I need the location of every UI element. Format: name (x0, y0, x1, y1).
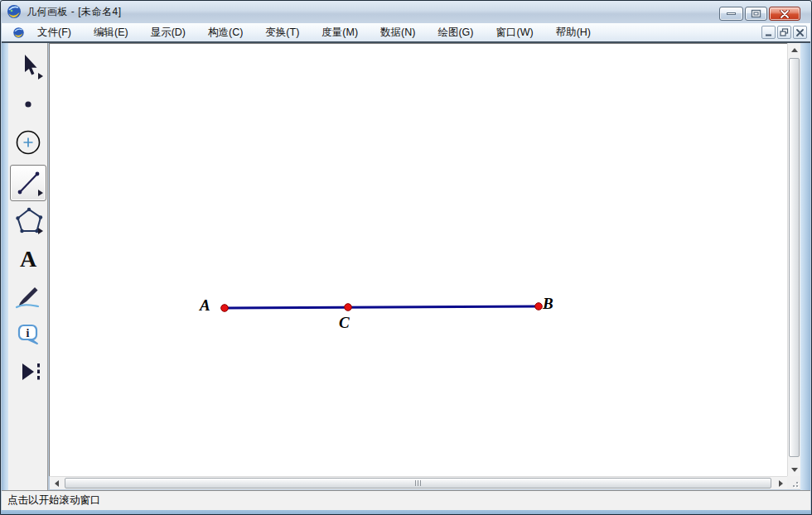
restore-button[interactable] (745, 7, 767, 21)
svg-text:i: i (27, 327, 30, 339)
polygon-tool[interactable] (10, 203, 46, 239)
menu-construct[interactable]: 构造(C) (202, 23, 249, 42)
point-B[interactable] (535, 303, 543, 310)
close-icon (780, 10, 790, 18)
title-bar: 几何画板 - [未命名4] (0, 0, 812, 23)
document-icon (12, 26, 25, 39)
scrollbar-corner[interactable] (787, 476, 800, 489)
menu-graph[interactable]: 绘图(G) (432, 23, 479, 42)
compass-tool[interactable] (10, 124, 46, 161)
circle-crosshair-icon (12, 127, 44, 158)
menu-window[interactable]: 窗口(W) (491, 23, 539, 42)
scroll-left-icon (55, 480, 59, 487)
resize-grip-icon (793, 485, 795, 487)
resize-grip-icon (796, 485, 798, 487)
scroll-right-button[interactable] (774, 477, 787, 490)
point-tool[interactable] (10, 86, 46, 123)
menu-help[interactable]: 帮助(H) (550, 23, 597, 42)
status-bar: 点击以开始滚动窗口 (2, 490, 810, 510)
selection-arrow-tool[interactable] (10, 48, 46, 84)
marker-tool[interactable] (10, 279, 46, 315)
menu-measure[interactable]: 度量(M) (316, 23, 364, 42)
submenu-arrow-icon (38, 228, 43, 234)
mdi-close-icon (796, 29, 804, 36)
mdi-window-buttons (761, 26, 807, 39)
resize-grip-icon (796, 482, 798, 484)
menu-display[interactable]: 显示(D) (145, 23, 191, 42)
straightedge-tool[interactable] (10, 165, 46, 201)
marker-pen-icon (12, 282, 44, 313)
submenu-arrow-icon (38, 190, 43, 196)
vertical-scrollbar-thumb[interactable] (789, 58, 800, 457)
restore-icon (751, 9, 761, 18)
custom-tool[interactable] (10, 354, 46, 390)
mdi-restore-icon (780, 28, 789, 36)
point-label-c[interactable]: C (339, 315, 350, 330)
submenu-arrow-icon (38, 73, 43, 79)
segment-AB[interactable] (225, 306, 539, 308)
app-window: 几何画板 - [未命名4] (0, 0, 812, 515)
info-bubble-icon: i (13, 320, 43, 348)
minimize-icon (727, 12, 736, 15)
mdi-restore-button[interactable] (777, 26, 791, 39)
vertical-scrollbar[interactable] (787, 43, 800, 476)
horizontal-scrollbar-thumb[interactable] (65, 478, 771, 489)
scroll-down-button[interactable] (788, 463, 801, 476)
mdi-close-button[interactable] (793, 26, 807, 39)
scroll-left-button[interactable] (50, 477, 63, 490)
close-button[interactable] (769, 7, 800, 21)
scrollbar-grip (418, 480, 418, 486)
menu-transform[interactable]: 变换(T) (259, 23, 305, 42)
mdi-minimize-icon (765, 29, 772, 36)
custom-tool-icon (12, 358, 44, 386)
caption-buttons (719, 7, 800, 21)
window-title: 几何画板 - [未命名4] (27, 5, 122, 19)
menu-bar: 文件(F) 编辑(E) 显示(D) 构造(C) 变换(T) 度量(M) 数据(N… (2, 23, 810, 41)
menu-edit[interactable]: 编辑(E) (88, 23, 134, 42)
scroll-down-icon (791, 468, 798, 472)
tool-palette: A i (8, 43, 48, 490)
status-message: 点击以开始滚动窗口 (2, 493, 101, 508)
mdi-minimize-button[interactable] (761, 26, 776, 39)
sketch-canvas[interactable]: A C B (49, 43, 787, 476)
point-label-b[interactable]: B (543, 296, 553, 311)
window-border-right (800, 43, 810, 510)
window-border-bottom (0, 510, 812, 515)
scroll-up-icon (791, 48, 798, 52)
letter-a-icon: A (20, 248, 36, 271)
geometry-layer (50, 44, 787, 476)
point-C[interactable] (345, 304, 352, 311)
menu-data[interactable]: 数据(N) (375, 23, 421, 42)
point-A[interactable] (221, 305, 229, 312)
app-logo-icon (7, 4, 22, 19)
window-border-left (2, 43, 8, 510)
information-tool[interactable]: i (10, 315, 46, 352)
text-tool[interactable]: A (10, 241, 46, 277)
scrollbar-grip (415, 480, 416, 486)
scroll-right-icon (779, 480, 783, 487)
minimize-button[interactable] (719, 7, 743, 21)
menu-file[interactable]: 文件(F) (31, 23, 77, 42)
point-icon (14, 90, 42, 118)
horizontal-scrollbar[interactable] (50, 476, 787, 489)
scrollbar-grip (420, 480, 421, 486)
scroll-up-button[interactable] (788, 43, 801, 56)
point-label-a[interactable]: A (200, 297, 210, 313)
